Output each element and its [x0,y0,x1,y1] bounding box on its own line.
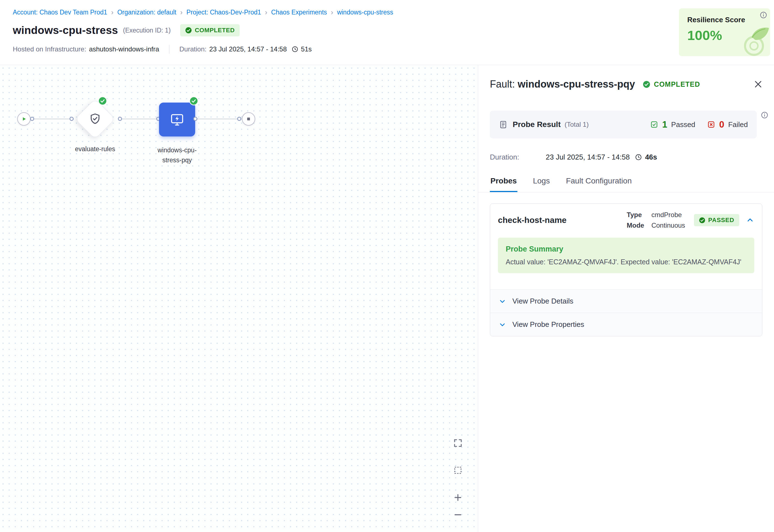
check-circle-icon [185,27,192,34]
infra-label: Hosted on Infrastructure: [13,45,86,53]
chevron-down-icon [498,321,506,329]
probe-result-title: Probe Result [513,120,561,129]
fault-panel-title: Fault:windows-cpu-stress-pqy [490,78,635,90]
node-label-windows-cpu-stress-pqy: windows-cpu-stress-pqy [152,145,203,165]
fault-label: Fault: [490,78,515,90]
chevron-up-icon [746,216,754,224]
duration-value: 23 Jul 2025, 14:57 - 14:58 [209,45,287,53]
success-badge-icon [98,96,107,105]
fault-details-panel: Fault:windows-cpu-stress-pqy COMPLETED P… [478,65,774,532]
execution-id: (Execution ID: 1) [123,27,171,34]
close-icon [753,79,763,89]
experiment-status-badge: COMPLETED [180,24,240,36]
passed-check-icon [650,120,658,129]
info-icon[interactable] [760,11,767,19]
connector-line [28,119,74,119]
chevron-down-icon [498,297,506,305]
breadcrumb-separator: › [265,8,267,16]
breadcrumb-separator: › [111,8,113,16]
resilience-score-card: Resilience Score 100% [679,8,770,56]
probe-summary-text: Actual value: 'EC2AMAZ-QMVAF4J'. Expecte… [506,258,746,266]
page-header: Account: Chaos Dev Team Prod1 › Organiza… [0,0,774,65]
clock-icon [291,46,299,53]
probe-summary-title: Probe Summary [506,245,746,253]
pipeline-end-node[interactable] [242,112,255,126]
probe-mode-value: Continuous [651,222,685,229]
node-label-evaluate-rules: evaluate-rules [67,145,123,153]
failed-count: 0 [719,119,724,130]
pipeline-canvas[interactable]: evaluate-rules windows-cpu-stress-pqy [0,65,478,532]
selection-mode-button[interactable] [452,465,463,476]
probe-card: check-host-name Type cmdProbe Mode Conti… [490,203,762,336]
minus-icon [453,510,463,520]
breadcrumb: Account: Chaos Dev Team Prod1 › Organiza… [13,8,774,16]
fault-status-badge: COMPLETED [643,80,700,88]
connector-point [237,117,241,121]
failed-label: Failed [728,120,748,129]
fullscreen-button[interactable] [452,437,463,449]
canvas-controls [452,437,463,520]
pipeline-start-node[interactable] [17,112,31,126]
duration-label: Duration: [179,45,206,53]
probe-type-value: cmdProbe [651,211,685,219]
marquee-select-icon [453,465,463,475]
fault-name: windows-cpu-stress-pqy [518,78,635,90]
fault-duration-label: Duration: [490,153,546,161]
fullscreen-icon [453,438,463,448]
leaf-decoration-icon [731,26,770,56]
connector-point [193,117,197,121]
connector-point [70,117,74,121]
tab-probes[interactable]: Probes [490,174,517,192]
fault-duration-value: 23 Jul 2025, 14:57 - 14:58 [546,153,630,161]
view-probe-details-label: View Probe Details [512,297,573,305]
view-probe-properties-row[interactable]: View Probe Properties [490,313,762,336]
passed-count-group: 1 Passed [650,119,695,130]
breadcrumb-item-chaos-experiments[interactable]: Chaos Experiments [271,9,327,16]
probe-summary-box: Probe Summary Actual value: 'EC2AMAZ-QMV… [498,238,754,273]
node-evaluate-rules[interactable] [75,98,115,139]
play-icon [20,115,28,123]
fault-status-text: COMPLETED [654,80,700,88]
failed-count-group: 0 Failed [707,119,748,130]
probe-mode-label: Mode [627,222,644,229]
probe-meta: Type cmdProbe Mode Continuous [627,211,685,229]
zoom-in-button[interactable] [452,492,463,503]
infra-value: ashutosh-windows-infra [89,45,159,53]
tab-fault-configuration[interactable]: Fault Configuration [565,174,632,192]
view-probe-details-row[interactable]: View Probe Details [490,289,762,313]
clipboard-icon [499,120,508,129]
view-probe-properties-label: View Probe Properties [512,320,584,329]
connector-line [119,119,161,119]
info-icon[interactable] [761,111,768,119]
check-circle-icon [699,217,705,223]
divider [169,45,169,54]
success-badge-icon [189,96,198,105]
breadcrumb-item-project[interactable]: Project: Chaos-Dev-Prod1 [187,9,261,16]
fault-icon [169,112,185,127]
probe-status-text: PASSED [708,217,734,224]
breadcrumb-item-account[interactable]: Account: Chaos Dev Team Prod1 [13,9,107,16]
shield-check-icon [88,112,102,126]
breadcrumb-separator: › [180,8,182,16]
probe-card-header[interactable]: check-host-name Type cmdProbe Mode Conti… [490,204,762,235]
connector-line [195,119,242,119]
probe-name: check-host-name [498,215,627,225]
close-panel-button[interactable] [753,79,763,89]
breadcrumb-item-experiment[interactable]: windows-cpu-stress [337,9,393,16]
node-windows-cpu-stress-pqy[interactable] [159,103,195,136]
page-title: windows-cpu-stress [13,24,118,36]
connector-point [30,117,34,121]
experiment-status-text: COMPLETED [195,27,235,34]
zoom-out-button[interactable] [452,509,463,520]
passed-label: Passed [671,120,695,129]
collapse-probe-button[interactable] [746,216,754,224]
passed-count: 1 [662,119,667,130]
connector-point [118,117,122,121]
probe-type-label: Type [627,211,644,219]
stop-icon [244,115,253,123]
probe-status-badge: PASSED [694,214,739,226]
failed-x-icon [707,120,715,129]
breadcrumb-item-organization[interactable]: Organization: default [117,9,176,16]
detail-tabs: Probes Logs Fault Configuration [478,174,774,192]
tab-logs[interactable]: Logs [532,174,550,192]
